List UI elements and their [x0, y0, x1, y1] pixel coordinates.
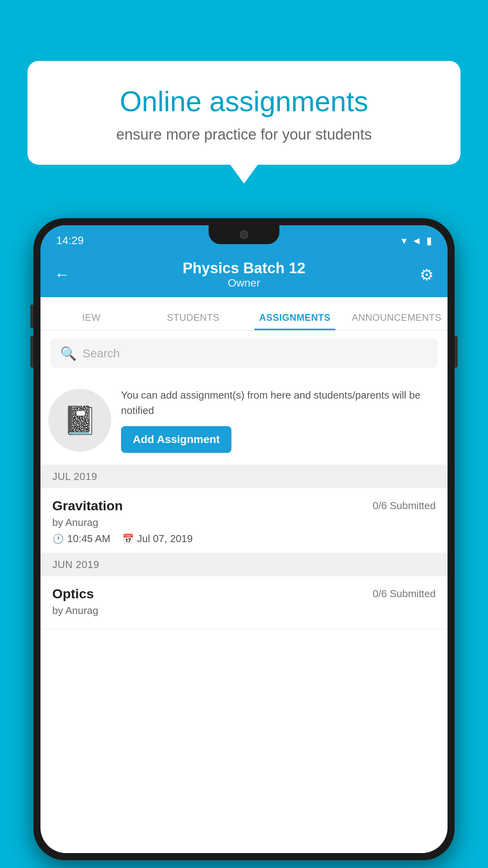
- front-camera: [240, 230, 248, 239]
- assignment-name-optics: Optics: [52, 586, 94, 601]
- assignment-author: by Anurag: [52, 517, 436, 529]
- wifi-icon: ▾: [402, 235, 407, 247]
- assignment-status: 0/6 Submitted: [373, 500, 436, 512]
- speech-bubble-title: Online assignments: [59, 85, 429, 118]
- phone-outer: 14:29 ▾ ◄ ▮ ← Physics Batch 12 Owner ⚙: [33, 218, 455, 860]
- phone-wrapper: 14:29 ▾ ◄ ▮ ← Physics Batch 12 Owner ⚙: [33, 218, 455, 860]
- signal-icon: ◄: [411, 235, 422, 247]
- tab-bar: IEW STUDENTS ASSIGNMENTS ANNOUNCEMENTS: [40, 297, 448, 331]
- search-bar[interactable]: 🔍 Search: [50, 338, 438, 368]
- add-assignment-button[interactable]: Add Assignment: [121, 426, 231, 453]
- assignment-name: Gravitation: [52, 498, 123, 513]
- tab-announcements[interactable]: ANNOUNCEMENTS: [346, 312, 448, 330]
- power-button: [455, 336, 458, 368]
- assignment-status-optics: 0/6 Submitted: [373, 588, 436, 600]
- assignment-date: 📅 Jul 07, 2019: [122, 533, 193, 545]
- promo-box: 📓 You can add assignment(s) from here an…: [40, 376, 448, 465]
- section-header-jul: JUL 2019: [40, 465, 448, 488]
- app-header: ← Physics Batch 12 Owner ⚙: [40, 252, 448, 297]
- phone-notch: [209, 225, 279, 244]
- calendar-icon: 📅: [122, 533, 134, 544]
- header-center: Physics Batch 12 Owner: [78, 260, 410, 289]
- volume-down-button: [30, 336, 33, 368]
- promo-content: You can add assignment(s) from here and …: [121, 388, 436, 453]
- assignment-item-gravitation[interactable]: Gravitation 0/6 Submitted by Anurag 🕐 10…: [40, 488, 448, 553]
- search-icon: 🔍: [60, 346, 77, 361]
- battery-icon: ▮: [426, 235, 432, 247]
- settings-button[interactable]: ⚙: [410, 266, 434, 284]
- header-subtitle: Owner: [78, 277, 410, 289]
- assignment-row3: 🕐 10:45 AM 📅 Jul 07, 2019: [52, 533, 436, 545]
- back-button[interactable]: ←: [54, 266, 78, 283]
- volume-up-button: [30, 305, 33, 328]
- phone-screen: 14:29 ▾ ◄ ▮ ← Physics Batch 12 Owner ⚙: [40, 225, 448, 853]
- notebook-icon: 📓: [63, 404, 97, 436]
- search-container: 🔍 Search: [40, 331, 448, 376]
- status-icons: ▾ ◄ ▮: [402, 235, 432, 247]
- header-title: Physics Batch 12: [78, 260, 410, 277]
- promo-text: You can add assignment(s) from here and …: [121, 388, 436, 418]
- status-time: 14:29: [56, 234, 84, 247]
- tab-iew[interactable]: IEW: [40, 312, 142, 330]
- search-input-placeholder[interactable]: Search: [83, 347, 120, 360]
- speech-bubble-subtitle: ensure more practice for your students: [59, 126, 429, 143]
- assignment-row1-optics: Optics 0/6 Submitted: [52, 586, 436, 601]
- promo-icon-circle: 📓: [48, 389, 111, 452]
- assignment-item-optics[interactable]: Optics 0/6 Submitted by Anurag: [40, 576, 448, 629]
- tab-assignments[interactable]: ASSIGNMENTS: [244, 312, 346, 330]
- assignment-row1: Gravitation 0/6 Submitted: [52, 498, 436, 513]
- tab-students[interactable]: STUDENTS: [142, 312, 244, 330]
- assignment-time: 🕐 10:45 AM: [52, 533, 110, 545]
- speech-bubble: Online assignments ensure more practice …: [28, 61, 460, 165]
- assignment-author-optics: by Anurag: [52, 605, 436, 617]
- clock-icon: 🕐: [52, 533, 64, 544]
- speech-bubble-area: Online assignments ensure more practice …: [28, 61, 460, 165]
- section-header-jun: JUN 2019: [40, 553, 448, 576]
